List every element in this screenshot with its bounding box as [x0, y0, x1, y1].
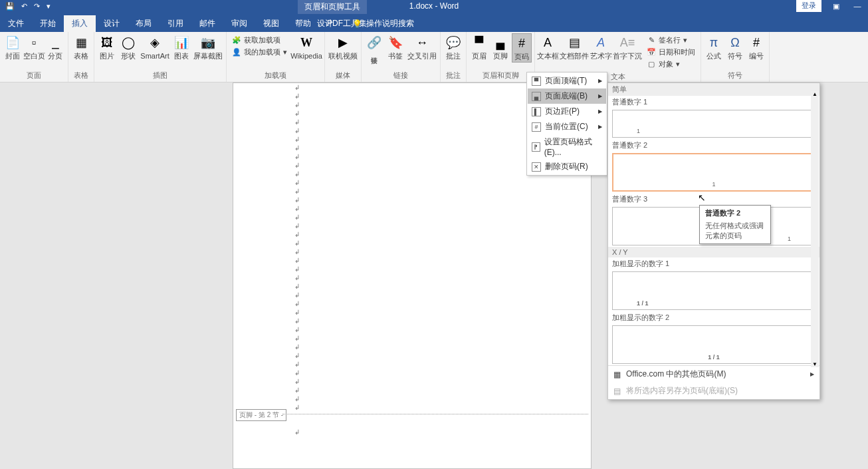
- shapes-button[interactable]: ◯形状: [118, 33, 138, 61]
- page-number-button[interactable]: #页码: [512, 33, 532, 63]
- save-icon[interactable]: 💾: [5, 2, 15, 11]
- scroll-up-icon[interactable]: ▲: [811, 91, 819, 97]
- group-label-comments: 批注: [443, 70, 463, 82]
- group-illustrations: 🖼图片 ◯形状 ◈SmartArt 📊图表 📷屏幕截图 插图: [94, 32, 227, 82]
- tell-me-label: 操作说明搜索: [366, 18, 414, 29]
- chart-button[interactable]: 📊图表: [171, 33, 191, 61]
- group-links: 🔗链接 🔖书签 ↔交叉引用 链接: [362, 32, 441, 82]
- gallery-header-xy: X / Y: [608, 247, 819, 257]
- tab-view[interactable]: 视图: [255, 15, 287, 32]
- header-button[interactable]: ▀页眉: [469, 33, 489, 61]
- object-button[interactable]: ▢对象 ▾: [645, 59, 697, 70]
- redo-icon[interactable]: ↷: [34, 2, 40, 11]
- table-button[interactable]: ▦表格: [71, 33, 91, 61]
- menu-remove-page-numbers[interactable]: ✕删除页码(R): [528, 159, 606, 174]
- paragraph-mark: ↲: [294, 256, 591, 265]
- paragraph-mark: ↲: [294, 178, 591, 187]
- tab-insert[interactable]: 插入: [64, 15, 96, 32]
- tab-references[interactable]: 引用: [160, 15, 191, 32]
- wordart-button[interactable]: A艺术字: [591, 33, 611, 61]
- login-button[interactable]: 登录: [796, 0, 821, 12]
- menu-bottom-of-page[interactable]: ▄页面底端(B)▶: [528, 88, 606, 104]
- gallery-footer: ▦Office.com 中的其他页码(M)▶ ▤将所选内容另存为页码(底端)(S…: [608, 365, 819, 399]
- gallery-bold-number-1[interactable]: 加粗显示的数字 1 1 / 1: [608, 257, 819, 310]
- symbol-button[interactable]: Ω符号: [725, 33, 745, 61]
- document-title: 1.docx - Word: [409, 1, 459, 11]
- menu-current-position[interactable]: #当前位置(C)▶: [528, 119, 606, 134]
- paragraph-mark: ↲: [294, 299, 591, 308]
- ribbon: 📄封面 ▫空白页 ⎯分页 页面 ▦表格 表格 🖼图片 ◯形状 ◈SmartArt…: [0, 32, 868, 82]
- paragraph-mark: ↲: [294, 308, 591, 317]
- menu-format-page-numbers[interactable]: ⁋设置页码格式(E)...: [528, 134, 606, 159]
- title-bar: 💾 ↶ ↷ ▾ 页眉和页脚工具 1.docx - Word 登录 ▣ — 文件 …: [0, 0, 868, 32]
- number-button[interactable]: #编号: [746, 33, 766, 61]
- tab-review[interactable]: 审阅: [223, 15, 255, 32]
- group-label-addins: 加载项: [229, 70, 322, 82]
- dropcap-button[interactable]: A≡首字下沉: [612, 33, 643, 61]
- current-pos-icon: #: [532, 122, 541, 132]
- menu-page-margins[interactable]: ▌页边距(P)▶: [528, 104, 606, 119]
- footer-button-ribbon[interactable]: ▄页脚: [490, 33, 510, 61]
- tab-home[interactable]: 开始: [32, 15, 64, 32]
- chevron-right-icon: ▶: [598, 78, 602, 84]
- tab-layout[interactable]: 布局: [128, 15, 160, 32]
- group-addins: 🧩获取加载项 👤我的加载项 ▾ WWikipedia 加载项: [227, 32, 325, 82]
- screenshot-button[interactable]: 📷屏幕截图: [193, 33, 223, 61]
- page-bottom-icon: ▄: [532, 92, 541, 101]
- tab-file[interactable]: 文件: [0, 15, 32, 32]
- blank-page-button[interactable]: ▫空白页: [24, 33, 44, 61]
- undo-icon[interactable]: ↶: [21, 2, 27, 11]
- pictures-button[interactable]: 🖼图片: [97, 33, 117, 61]
- footer-separator: [282, 414, 588, 414]
- quick-parts-button[interactable]: ▤文档部件: [559, 33, 590, 61]
- paragraph-mark: ↲: [294, 377, 591, 386]
- paragraph-mark: ↲: [294, 360, 591, 369]
- smartart-button[interactable]: ◈SmartArt: [140, 33, 170, 61]
- save-selection-icon: ▤: [613, 387, 621, 396]
- textbox-button[interactable]: A文本框: [538, 33, 558, 61]
- group-pages: 📄封面 ▫空白页 ⎯分页 页面: [0, 32, 68, 82]
- cover-page-button[interactable]: 📄封面: [3, 33, 23, 61]
- page-break-button[interactable]: ⎯分页: [45, 33, 65, 61]
- date-time-button[interactable]: 📅日期和时间: [645, 47, 697, 58]
- group-symbols: π公式 Ω符号 #编号 符号: [701, 32, 770, 82]
- qa-customize-icon[interactable]: ▾: [47, 2, 51, 11]
- paragraph-mark: ↲: [294, 317, 591, 325]
- gallery-scrollbar[interactable]: ▲ ▼: [811, 91, 819, 367]
- group-label-symbols: 符号: [704, 70, 766, 82]
- paragraph-mark: ↲: [294, 394, 591, 403]
- online-video-button[interactable]: ▶联机视频: [328, 33, 358, 61]
- get-addins-button[interactable]: 🧩获取加载项: [231, 35, 288, 46]
- gallery-more-office[interactable]: ▦Office.com 中的其他页码(M)▶: [608, 366, 819, 383]
- group-label-hf: 页眉和页脚: [469, 70, 532, 82]
- paragraph-mark: ↲: [294, 334, 591, 343]
- paragraph-mark: ↲: [294, 343, 591, 351]
- office-icon: ▦: [613, 370, 621, 379]
- footer-section-label: 页脚 - 第 2 节 -: [236, 409, 286, 421]
- bulb-icon: 💡: [352, 19, 362, 29]
- ribbon-options-icon[interactable]: ▣: [825, 0, 847, 12]
- tell-me-search[interactable]: 💡 操作说明搜索: [352, 18, 414, 29]
- contextual-tab-label: 页眉和页脚工具: [298, 0, 367, 14]
- tab-design[interactable]: 设计: [96, 15, 128, 32]
- equation-button[interactable]: π公式: [704, 33, 724, 61]
- tab-mailings[interactable]: 邮件: [191, 15, 223, 32]
- minimize-icon[interactable]: —: [847, 0, 868, 12]
- scroll-down-icon[interactable]: ▼: [811, 361, 819, 367]
- paragraph-mark: ↲: [294, 222, 591, 230]
- paragraph-mark: ↲: [294, 428, 300, 436]
- gallery-plain-number-1[interactable]: 普通数字 1 1: [608, 96, 819, 138]
- comment-button[interactable]: 💬批注: [443, 33, 463, 61]
- menu-top-of-page[interactable]: ▀页面顶端(T)▶: [528, 73, 606, 88]
- bookmark-button[interactable]: 🔖书签: [385, 33, 405, 61]
- wikipedia-button[interactable]: WWikipedia: [291, 33, 322, 61]
- paragraph-mark: ↲: [294, 239, 591, 247]
- chevron-right-icon: ▶: [810, 371, 814, 377]
- gallery-plain-number-2[interactable]: 普通数字 2 1: [608, 139, 819, 192]
- signature-line-button[interactable]: ✎签名行 ▾: [645, 35, 697, 46]
- gallery-bold-number-2[interactable]: 加粗显示的数字 2 1 / 1: [608, 311, 819, 364]
- tab-context-design[interactable]: 设计: [309, 15, 341, 32]
- link-button[interactable]: 🔗链接: [364, 33, 384, 53]
- crossref-button[interactable]: ↔交叉引用: [407, 33, 437, 61]
- my-addins-button[interactable]: 👤我的加载项 ▾: [231, 47, 288, 58]
